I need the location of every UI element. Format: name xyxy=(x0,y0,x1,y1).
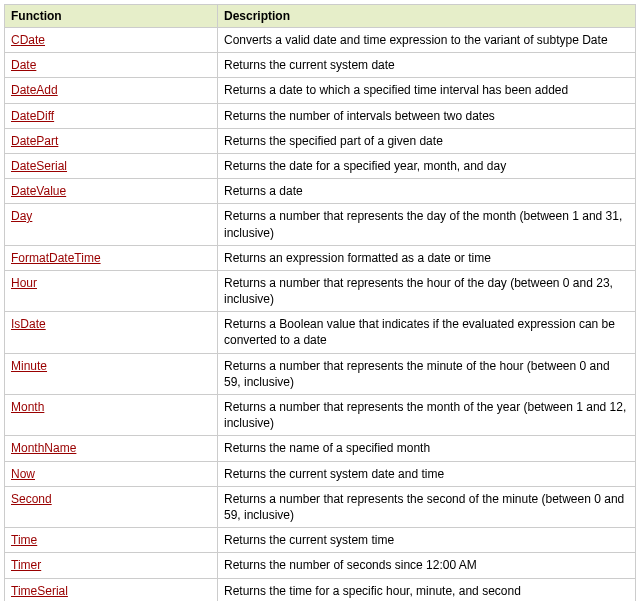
function-link[interactable]: DateDiff xyxy=(11,109,54,123)
cell-description: Returns a date xyxy=(218,179,636,204)
cell-function: DateValue xyxy=(5,179,218,204)
function-link[interactable]: CDate xyxy=(11,33,45,47)
function-link[interactable]: DateValue xyxy=(11,184,66,198)
function-link[interactable]: Date xyxy=(11,58,36,72)
cell-function: FormatDateTime xyxy=(5,245,218,270)
cell-description: Returns the time for a specific hour, mi… xyxy=(218,578,636,601)
cell-function: DatePart xyxy=(5,128,218,153)
table-row: HourReturns a number that represents the… xyxy=(5,270,636,311)
header-function: Function xyxy=(5,5,218,28)
table-row: DateReturns the current system date xyxy=(5,53,636,78)
function-link[interactable]: Day xyxy=(11,209,32,223)
cell-function: Date xyxy=(5,53,218,78)
cell-function: IsDate xyxy=(5,312,218,353)
cell-description: Returns a number that represents the min… xyxy=(218,353,636,394)
table-row: NowReturns the current system date and t… xyxy=(5,461,636,486)
function-link[interactable]: IsDate xyxy=(11,317,46,331)
table-row: MinuteReturns a number that represents t… xyxy=(5,353,636,394)
cell-description: Returns the current system date xyxy=(218,53,636,78)
function-link[interactable]: MonthName xyxy=(11,441,76,455)
cell-function: Time xyxy=(5,528,218,553)
function-link[interactable]: Minute xyxy=(11,359,47,373)
cell-description: Returns a number that represents the hou… xyxy=(218,270,636,311)
table-row: DatePartReturns the specified part of a … xyxy=(5,128,636,153)
table-row: DayReturns a number that represents the … xyxy=(5,204,636,245)
cell-function: Hour xyxy=(5,270,218,311)
cell-function: Month xyxy=(5,395,218,436)
cell-description: Returns the date for a specified year, m… xyxy=(218,153,636,178)
cell-function: Minute xyxy=(5,353,218,394)
table-row: IsDateReturns a Boolean value that indic… xyxy=(5,312,636,353)
cell-function: TimeSerial xyxy=(5,578,218,601)
cell-function: DateSerial xyxy=(5,153,218,178)
function-link[interactable]: DatePart xyxy=(11,134,58,148)
table-row: FormatDateTimeReturns an expression form… xyxy=(5,245,636,270)
table-row: TimeReturns the current system time xyxy=(5,528,636,553)
cell-function: DateAdd xyxy=(5,78,218,103)
table-row: CDateConverts a valid date and time expr… xyxy=(5,28,636,53)
cell-function: Day xyxy=(5,204,218,245)
cell-description: Returns the current system date and time xyxy=(218,461,636,486)
cell-description: Converts a valid date and time expressio… xyxy=(218,28,636,53)
table-row: MonthNameReturns the name of a specified… xyxy=(5,436,636,461)
functions-table: Function Description CDateConverts a val… xyxy=(4,4,636,601)
cell-description: Returns the current system time xyxy=(218,528,636,553)
function-link[interactable]: Time xyxy=(11,533,37,547)
cell-description: Returns the specified part of a given da… xyxy=(218,128,636,153)
cell-function: Timer xyxy=(5,553,218,578)
cell-description: Returns the number of intervals between … xyxy=(218,103,636,128)
cell-description: Returns a number that represents the day… xyxy=(218,204,636,245)
cell-function: MonthName xyxy=(5,436,218,461)
function-link[interactable]: Second xyxy=(11,492,52,506)
table-row: DateAddReturns a date to which a specifi… xyxy=(5,78,636,103)
cell-description: Returns the number of seconds since 12:0… xyxy=(218,553,636,578)
function-link[interactable]: FormatDateTime xyxy=(11,251,101,265)
table-row: TimerReturns the number of seconds since… xyxy=(5,553,636,578)
function-link[interactable]: Hour xyxy=(11,276,37,290)
function-link[interactable]: Month xyxy=(11,400,44,414)
cell-description: Returns a number that represents the sec… xyxy=(218,486,636,527)
cell-function: DateDiff xyxy=(5,103,218,128)
table-row: MonthReturns a number that represents th… xyxy=(5,395,636,436)
cell-description: Returns the name of a specified month xyxy=(218,436,636,461)
function-link[interactable]: DateSerial xyxy=(11,159,67,173)
table-row: DateSerialReturns the date for a specifi… xyxy=(5,153,636,178)
header-description: Description xyxy=(218,5,636,28)
function-link[interactable]: DateAdd xyxy=(11,83,58,97)
function-link[interactable]: TimeSerial xyxy=(11,584,68,598)
cell-function: Second xyxy=(5,486,218,527)
function-link[interactable]: Now xyxy=(11,467,35,481)
cell-description: Returns a number that represents the mon… xyxy=(218,395,636,436)
table-row: DateValueReturns a date xyxy=(5,179,636,204)
cell-function: Now xyxy=(5,461,218,486)
table-row: SecondReturns a number that represents t… xyxy=(5,486,636,527)
table-row: DateDiffReturns the number of intervals … xyxy=(5,103,636,128)
cell-function: CDate xyxy=(5,28,218,53)
cell-description: Returns an expression formatted as a dat… xyxy=(218,245,636,270)
table-row: TimeSerialReturns the time for a specifi… xyxy=(5,578,636,601)
header-row: Function Description xyxy=(5,5,636,28)
cell-description: Returns a date to which a specified time… xyxy=(218,78,636,103)
cell-description: Returns a Boolean value that indicates i… xyxy=(218,312,636,353)
function-link[interactable]: Timer xyxy=(11,558,41,572)
